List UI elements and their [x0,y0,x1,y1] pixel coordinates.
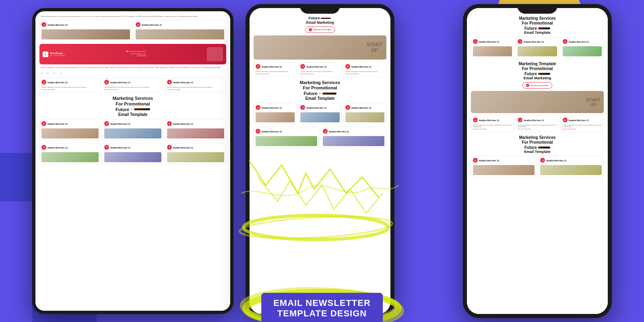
right-btn-inner[interactable]: ✕ Click Here To Know More [522,82,552,89]
right-email-content: Marketing ServicesFor Promotional Future… [467,8,608,314]
right-text-card-1: ✕ Headline Write Here_01 Content to spea… [471,116,514,132]
banner-line-1: EMAIL NEWSLETTER [273,298,371,308]
center-future-line: Future ✓ [254,91,386,96]
right-mid-headline-text: Marketing TemplateFor Promotional [471,62,604,71]
center-btn-inner[interactable]: ✕ Click Here To Know More [305,27,335,33]
left-email-template-text: Email Template [39,112,226,117]
left-future-word: Future [116,107,129,112]
bot-card-img-1 [41,128,99,138]
left-mid-card-2: ✕ Headline Write Here_01 Content to spea… [102,78,163,93]
left-phone-mockup: Content to speak label. Lorem ipsum not … [32,8,233,314]
right-sm-title-3: Headline Write Here_01 [569,41,589,43]
center-card-title-2: Headline Write Here_01 [306,66,326,68]
bot-card-icon-6: ✕ [167,145,172,150]
right-email-template-top: Email Template [471,31,604,35]
left-bot-card-4: ✕ Headline Write Here_01 [39,143,101,164]
mid-card-icon-2: ✕ [104,80,109,85]
right-sm-icon-1: ✕ [473,39,478,44]
right-text-title-1: Headline Write Here_01 [479,120,499,122]
right-text-icon-1: ✕ [473,118,478,122]
right-bot-img-2 [540,165,602,175]
center-arrow: ✓ [319,92,321,95]
mid-card-text-2: Content to speak label. Lorem ipsum not … [104,87,161,88]
center-hero-title: Future [254,16,386,21]
center-phone-mockup: Future Email Marketing ✕ Click Here To K… [246,4,394,318]
right-bot-icon-2: ✕ [540,158,545,163]
more-card-title-1: Headline Write Here_01 [262,131,282,133]
mid-card-icon-1: ✕ [41,80,46,85]
brand-logo-text: B [45,53,46,56]
center-main-headline: Marketing ServicesFor Promotional Future… [254,80,386,101]
brand-tagline: your business tagline [50,54,65,56]
contact-info: ☎ your business address here ✉ youremail… [126,51,146,58]
right-underline-top [538,27,550,29]
center-card-1: ✕ Headline Write Here_01 Content to spea… [254,62,297,77]
left-phone-screen: Content to speak label. Lorem ipsum not … [35,11,230,311]
right-top-title: Marketing ServicesFor Promotional Future… [471,16,604,35]
right-sm-icon-2: ✕ [518,39,522,44]
center-img-1 [256,112,295,122]
center-email-content: Future Email Marketing ✕ Click Here To K… [250,8,390,314]
right-bot-email-text: Email Template [471,150,604,154]
center-cards-row-1: ✕ Headline Write Here_01 Content to spea… [254,62,386,77]
right-sm-cards-row: ✕ Headline Write Here_01 ✕ Headline Writ… [471,37,604,58]
right-sm-img-3 [563,46,602,56]
left-bottom-cards-row-2: ✕ Headline Write Here_01 ✕ Headline Writ… [39,143,226,164]
brand-logo-box: B [43,52,48,57]
right-bot-future-word: Future [524,145,537,150]
center-more-cards-row: ✕ Headline Write Here_01 ✕ Headline Writ… [254,127,386,148]
center-card-icon-1: ✕ [256,64,260,69]
right-cta-btn[interactable]: ✕ Click Here To Know More [471,82,604,89]
right-text-link-3: Click Here To Know More [563,128,602,130]
center-cta-btn[interactable]: ✕ Click Here To Know More [254,27,386,33]
right-bottom-headline-text: Marketing ServicesFor Promotional [471,135,604,145]
center-phone-notch [300,4,340,14]
right-text-card-3: ✕ Headline Write Here_01 Content to spea… [561,116,604,132]
mid-card-title-3: Headline Write Here_01 [173,82,193,84]
right-text-link-1: Click Here To Know More [473,128,512,130]
center-more-card-2: ✕ Headline Write Here_01 [321,127,386,148]
center-card-text-3: Content to speak label. Lorem ipsum not … [345,71,384,72]
left-main-headline: Marketing ServicesFor Promotional Future… [39,96,226,116]
bot-card-img-5 [104,152,161,162]
right-text-title-2: Headline Write Here_01 [524,120,544,122]
right-text-cards-row: ✕ Headline Write Here_01 Content to spea… [471,116,604,132]
center-img-2 [300,112,339,122]
right-startup-image: STARTUP [471,91,604,113]
startup-text-overlay: STARTUP [367,42,382,53]
banner-line-2: TEMPLATE DESIGN [273,308,371,319]
right-text-card-2: ✕ Headline Write Here_01 Content to spea… [516,116,559,132]
center-img-3 [345,112,384,122]
left-bot-card-1: ✕ Headline Write Here_01 [39,119,101,140]
more-card-img-2 [323,136,384,146]
card-title-1: Headline Write Here_01 [47,24,68,26]
right-sm-card-2: ✕ Headline Write Here_01 [516,37,559,58]
right-btn-icon: ✕ [526,84,529,87]
right-text-body-3: Content to speak label. Lorem ipsum not … [563,124,602,128]
bot-card-title-3: Headline Write Here_01 [173,123,193,125]
bot-card-title-5: Headline Write Here_01 [110,147,130,149]
social-icon-x: ✕ [39,71,43,75]
center-underline-bar [322,93,336,95]
left-bot-card-6: ✕ Headline Write Here_01 [165,143,226,164]
mid-card-text-3: Content to speak label. Lorem ipsum not … [167,87,224,88]
center-btn-icon: ✕ [309,28,312,31]
center-card-text-1: Content to speak label. Lorem ipsum not … [256,71,295,72]
bot-card-img-3 [167,128,224,138]
banner-image [207,47,223,61]
brand-name-area: BrandLogo your business tagline [50,52,65,56]
center-card-text-2: Content to speak label. Lorem ipsum not … [300,71,339,72]
left-bot-card-5: ✕ Headline Write Here_01 [102,143,163,164]
center-card-icon-3: ✕ [345,64,350,69]
left-card-2: ✕ Headline Write Here_01 [134,20,226,41]
left-underline-bar [134,108,150,110]
right-mid-email-text: Email Marketing [471,76,604,80]
right-sm-card-3: ✕ Headline Write Here_01 [561,37,604,58]
more-card-icon-1: ✕ [256,129,260,134]
right-phone-screen: Marketing ServicesFor Promotional Future… [467,8,608,314]
center-banner: EMAIL NEWSLETTER TEMPLATE DESIGN [221,303,423,310]
social-icon-ig: ✕ [52,71,56,75]
center-img-card-3: ✕ Headline Write Here_01 [343,103,386,124]
right-mid-future-word: Future [524,72,537,76]
more-card-title-2: Headline Write Here_01 [329,131,349,133]
